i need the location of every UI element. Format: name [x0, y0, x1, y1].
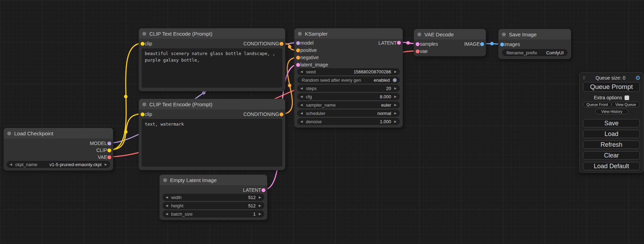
- increment-arrow-icon[interactable]: ▶: [394, 70, 397, 73]
- sampler-name-widget[interactable]: ◀ sampler_name euler ▶: [297, 101, 400, 108]
- random-seed-toggle-widget[interactable]: Random seed after every gen enabled: [297, 76, 400, 83]
- collapse-dot[interactable]: [417, 33, 421, 36]
- output-dot-clip[interactable]: [107, 148, 111, 152]
- save-button[interactable]: Save: [583, 119, 640, 127]
- filename-prefix-widget[interactable]: filename_prefix ComfyUI: [502, 49, 567, 56]
- load-button[interactable]: Load: [583, 130, 640, 138]
- output-dot-vae[interactable]: [107, 155, 111, 159]
- collapse-dot[interactable]: [7, 132, 11, 135]
- scheduler-widget[interactable]: ◀ scheduler normal ▶: [297, 110, 400, 117]
- decrement-arrow-icon[interactable]: ◀: [10, 163, 12, 166]
- link-midpoint-clip-positive: [124, 95, 127, 98]
- increment-arrow-icon[interactable]: ▶: [394, 112, 397, 115]
- input-dot-model[interactable]: [296, 41, 300, 45]
- increment-arrow-icon[interactable]: ▶: [394, 120, 397, 123]
- extra-options-checkbox[interactable]: [625, 96, 629, 100]
- decrement-arrow-icon[interactable]: ◀: [166, 204, 168, 207]
- widget-value: euler: [381, 102, 394, 108]
- load-default-button[interactable]: Load Default: [583, 162, 640, 170]
- output-dot-image[interactable]: [480, 42, 484, 46]
- refresh-button[interactable]: Refresh: [583, 141, 640, 149]
- input-label-latent-image: latent_image: [300, 62, 328, 67]
- height-widget[interactable]: ◀ height 512 ▶: [162, 202, 264, 209]
- widget-label: width: [171, 195, 182, 200]
- decrement-arrow-icon[interactable]: ◀: [300, 87, 303, 90]
- node-title: Save Image: [509, 31, 537, 37]
- node-clip-text-encode-positive[interactable]: CLIP Text Encode (Prompt) clip CONDITION…: [139, 28, 285, 91]
- decrement-arrow-icon[interactable]: ◀: [166, 196, 168, 199]
- denoise-widget[interactable]: ◀ denoise 1.000 ▶: [297, 118, 400, 125]
- widget-value: v1-5-pruned-emaonly.ckpt: [50, 162, 105, 167]
- output-dot-conditioning[interactable]: [280, 112, 283, 116]
- output-dot-model[interactable]: [107, 142, 111, 145]
- increment-arrow-icon[interactable]: ▶: [259, 213, 261, 216]
- node-title-bar[interactable]: Save Image: [499, 29, 571, 39]
- decrement-arrow-icon[interactable]: ◀: [300, 95, 303, 98]
- clear-button[interactable]: Clear: [583, 151, 640, 160]
- drag-handle-icon[interactable]: ⠿: [582, 75, 586, 81]
- queue-menu-panel[interactable]: ⠿ Queue size: 0 ⚙ Queue Prompt Extra opt…: [579, 72, 644, 173]
- input-dot-latent-image[interactable]: [296, 63, 300, 67]
- toggle-dot[interactable]: [393, 78, 397, 82]
- node-title-bar[interactable]: CLIP Text Encode (Prompt): [139, 28, 285, 39]
- steps-widget[interactable]: ◀ steps 20 ▶: [297, 85, 400, 92]
- decrement-arrow-icon[interactable]: ◀: [300, 103, 303, 107]
- width-widget[interactable]: ◀ width 512 ▶: [162, 194, 264, 201]
- input-dot-clip[interactable]: [141, 42, 144, 46]
- increment-arrow-icon[interactable]: ▶: [394, 103, 397, 107]
- decrement-arrow-icon[interactable]: ◀: [166, 213, 168, 216]
- input-dot-images[interactable]: [500, 43, 504, 46]
- increment-arrow-icon[interactable]: ▶: [259, 204, 261, 207]
- node-title-bar[interactable]: CLIP Text Encode (Prompt): [139, 99, 285, 109]
- decrement-arrow-icon[interactable]: ◀: [300, 112, 303, 115]
- decrement-arrow-icon[interactable]: ◀: [300, 70, 303, 73]
- node-load-checkpoint[interactable]: Load Checkpoint MODEL CLIP VAE ◀ ckpt_na…: [3, 128, 113, 171]
- negative-prompt-textarea[interactable]: text, watermark: [142, 119, 282, 166]
- widget-value: 512: [248, 203, 259, 208]
- collapse-dot[interactable]: [298, 32, 302, 36]
- output-dot-latent[interactable]: [397, 41, 401, 45]
- increment-arrow-icon[interactable]: ▶: [394, 95, 397, 98]
- collapse-dot[interactable]: [163, 178, 167, 182]
- collapse-dot[interactable]: [502, 33, 506, 36]
- input-label-clip: clip: [145, 41, 152, 46]
- cfg-widget[interactable]: ◀ cfg 8.000 ▶: [297, 93, 400, 100]
- queue-prompt-button[interactable]: Queue Prompt: [583, 82, 640, 92]
- node-clip-text-encode-negative[interactable]: CLIP Text Encode (Prompt) clip CONDITION…: [139, 99, 285, 170]
- collapse-dot[interactable]: [142, 102, 146, 106]
- increment-arrow-icon[interactable]: ▶: [105, 163, 107, 166]
- collapse-dot[interactable]: [142, 32, 146, 36]
- node-title-bar[interactable]: KSampler: [294, 28, 403, 39]
- queue-front-button[interactable]: Queue Front: [583, 102, 611, 107]
- increment-arrow-icon[interactable]: ▶: [394, 87, 397, 90]
- input-dot-samples[interactable]: [416, 42, 420, 46]
- node-save-image[interactable]: Save Image images filename_prefix ComfyU…: [498, 29, 571, 59]
- decrement-arrow-icon[interactable]: ◀: [300, 120, 303, 123]
- queue-size-label: Queue size: 0: [586, 75, 635, 81]
- settings-gear-icon[interactable]: ⚙: [635, 75, 641, 81]
- widget-value: 1.000: [380, 119, 395, 124]
- widget-label: sampler_name: [306, 102, 336, 108]
- input-dot-vae[interactable]: [416, 49, 420, 53]
- output-dot-conditioning[interactable]: [280, 42, 283, 46]
- node-title-bar[interactable]: VAE Decode: [414, 29, 486, 39]
- node-title-bar[interactable]: Load Checkpoint: [4, 128, 113, 138]
- increment-arrow-icon[interactable]: ▶: [259, 196, 261, 199]
- view-queue-button[interactable]: View Queue: [611, 102, 640, 107]
- node-ksampler[interactable]: KSampler model positive negative latent_…: [294, 28, 403, 128]
- input-dot-clip[interactable]: [141, 112, 144, 116]
- positive-prompt-textarea[interactable]: beautiful scenery nature glass bottle la…: [142, 48, 282, 88]
- input-dot-positive[interactable]: [296, 48, 300, 52]
- node-empty-latent-image[interactable]: Empty Latent Image LATENT ◀ width 512 ▶ …: [159, 174, 267, 220]
- node-title: CLIP Text Encode (Prompt): [149, 101, 212, 107]
- input-dot-negative[interactable]: [296, 56, 300, 60]
- widget-value: 20: [386, 86, 394, 91]
- view-history-button[interactable]: View History: [595, 109, 628, 114]
- output-dot-latent[interactable]: [262, 188, 265, 192]
- node-title-bar[interactable]: Empty Latent Image: [160, 175, 267, 185]
- input-slot-images: images: [504, 41, 520, 48]
- seed-widget[interactable]: ◀ seed 156680208700286 ▶: [297, 68, 400, 75]
- ckpt-name-widget[interactable]: ◀ ckpt_name v1-5-pruned-emaonly.ckpt ▶: [7, 161, 110, 168]
- batch-size-widget[interactable]: ◀ batch_size 1 ▶: [162, 210, 264, 217]
- node-vae-decode[interactable]: VAE Decode samples IMAGE vae: [414, 29, 486, 56]
